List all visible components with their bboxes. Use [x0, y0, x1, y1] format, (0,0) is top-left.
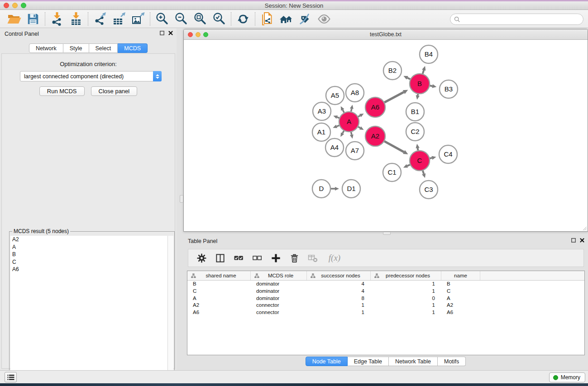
function-builder-button[interactable]: f(x) [325, 252, 344, 264]
tab-edge-table[interactable]: Edge Table [348, 357, 389, 366]
search-input[interactable] [463, 16, 583, 23]
export-table-button[interactable] [110, 11, 129, 27]
edge-A2-C[interactable] [384, 141, 404, 152]
table-settings-button[interactable] [196, 252, 207, 264]
edge-B-B1[interactable] [418, 94, 418, 95]
table-cell[interactable]: dominator [251, 295, 307, 302]
edge-B-B3[interactable] [430, 86, 433, 86]
memory-button[interactable]: Memory [549, 372, 585, 382]
tab-network[interactable]: Network [29, 43, 63, 53]
column-header-MCDS-role[interactable]: MCDS role [251, 271, 307, 280]
edge-A-A4[interactable] [343, 131, 344, 133]
show-columns-button[interactable] [214, 252, 226, 264]
close-panel-icon[interactable] [168, 31, 173, 35]
tab-mcds[interactable]: MCDS [118, 43, 148, 53]
float-panel-icon[interactable] [571, 238, 576, 243]
table-cell[interactable]: 4 [307, 281, 371, 288]
network-window-titlebar[interactable]: testGlobe.txt [184, 29, 588, 40]
edge-A-A2[interactable] [358, 127, 360, 128]
table-cell[interactable]: C [187, 288, 251, 295]
zoom-selected-button[interactable] [210, 11, 229, 27]
edge-C-C3[interactable] [423, 171, 424, 174]
deselect-all-button[interactable] [251, 252, 263, 264]
edge-A6-B[interactable] [384, 92, 404, 103]
table-cell[interactable]: A2 [187, 302, 251, 309]
table-row[interactable]: A2connector11A2 [187, 302, 584, 309]
edge-A-A5[interactable] [343, 110, 344, 113]
search-box[interactable] [450, 14, 583, 25]
export-image-button[interactable] [129, 11, 148, 27]
show-details-button[interactable] [315, 11, 334, 27]
create-column-button[interactable] [270, 252, 282, 264]
edge-C-C1[interactable] [407, 165, 410, 166]
column-header-successor-nodes[interactable]: successor nodes [307, 271, 371, 280]
table-cell[interactable]: B [441, 281, 480, 288]
table-cell[interactable]: 1 [371, 281, 441, 288]
table-row[interactable]: A6connector11A6 [187, 309, 584, 316]
criterion-dropdown[interactable]: largest connected component (directed) [20, 71, 162, 81]
vertical-divider-gripper[interactable] [180, 195, 183, 203]
table-cell[interactable]: connector [251, 309, 307, 316]
table-cell[interactable]: A [441, 295, 480, 302]
import-table-button[interactable] [67, 11, 86, 27]
network-graph[interactable]: B4B2BB3A8A5A6A3B1AC2A1A2A4A7C4CC1DD1C3 [184, 40, 588, 231]
mcds-result-item[interactable]: A [10, 243, 167, 251]
run-mcds-button[interactable]: Run MCDS [39, 86, 85, 96]
mcds-result-item[interactable]: B [10, 251, 167, 258]
zoom-in-button[interactable] [153, 11, 172, 27]
table-cell[interactable]: C [441, 288, 480, 295]
tab-motifs[interactable]: Motifs [438, 357, 466, 366]
table-cell[interactable]: dominator [251, 281, 307, 288]
close-panel-button[interactable]: Close panel [91, 86, 138, 96]
network-from-file-button[interactable] [258, 11, 277, 27]
result-list-scrollbar[interactable] [167, 236, 173, 386]
table-cell[interactable]: 8 [307, 295, 371, 302]
float-panel-icon[interactable] [160, 31, 164, 35]
select-all-button[interactable] [233, 252, 244, 264]
mcds-result-item[interactable]: A6 [10, 266, 167, 273]
table-cell[interactable]: A6 [441, 309, 480, 316]
close-panel-icon[interactable] [580, 238, 584, 243]
tab-style[interactable]: Style [63, 43, 89, 53]
edge-B-B2[interactable] [407, 78, 410, 79]
mcds-result-item[interactable]: A2 [10, 236, 167, 243]
table-cell[interactable]: dominator [251, 288, 307, 295]
table-row[interactable]: Cdominator41C [187, 288, 584, 295]
network-canvas[interactable]: B4B2BB3A8A5A6A3B1AC2A1A2A4A7C4CC1DD1C3 [184, 40, 588, 231]
zoom-out-button[interactable] [172, 11, 191, 27]
delete-table-button[interactable] [307, 252, 319, 264]
edge-A-A3[interactable] [337, 117, 339, 118]
tab-select[interactable]: Select [89, 43, 118, 53]
edge-C-C4[interactable] [430, 158, 432, 158]
table-cell[interactable]: A2 [441, 302, 480, 309]
import-network-button[interactable] [48, 11, 67, 27]
zoom-fit-button[interactable] [191, 11, 210, 27]
resize-grip-icon[interactable] [582, 225, 587, 231]
edge-B-B4[interactable] [423, 70, 424, 74]
save-session-button[interactable] [24, 11, 43, 27]
table-cell[interactable]: A6 [187, 309, 251, 316]
task-history-button[interactable] [5, 372, 17, 382]
hide-labels-button[interactable] [296, 11, 315, 27]
tab-network-table[interactable]: Network Table [389, 357, 438, 366]
edge-A-A1[interactable] [337, 125, 339, 126]
mcds-result-item[interactable]: C [10, 258, 167, 266]
horizontal-divider-gripper[interactable] [383, 232, 391, 235]
export-network-button[interactable] [91, 11, 110, 27]
tab-node-table[interactable]: Node Table [306, 357, 348, 366]
table-cell[interactable]: A [187, 295, 251, 302]
table-cell[interactable]: 0 [371, 295, 441, 302]
column-header-predecessor-nodes[interactable]: predecessor nodes [371, 271, 441, 280]
table-cell[interactable]: 4 [307, 288, 371, 295]
refresh-layout-button[interactable] [234, 11, 253, 27]
table-row[interactable]: Adominator80A [187, 295, 584, 302]
edge-A-A6[interactable] [358, 115, 360, 117]
home-button[interactable] [277, 11, 296, 27]
edge-A-A8[interactable] [351, 109, 352, 111]
open-session-button[interactable] [5, 11, 24, 27]
table-cell[interactable]: 1 [307, 309, 371, 316]
table-cell[interactable]: 1 [371, 309, 441, 316]
table-cell[interactable]: B [187, 281, 251, 288]
edge-C-C2[interactable] [418, 148, 418, 150]
table-cell[interactable]: connector [251, 302, 307, 309]
